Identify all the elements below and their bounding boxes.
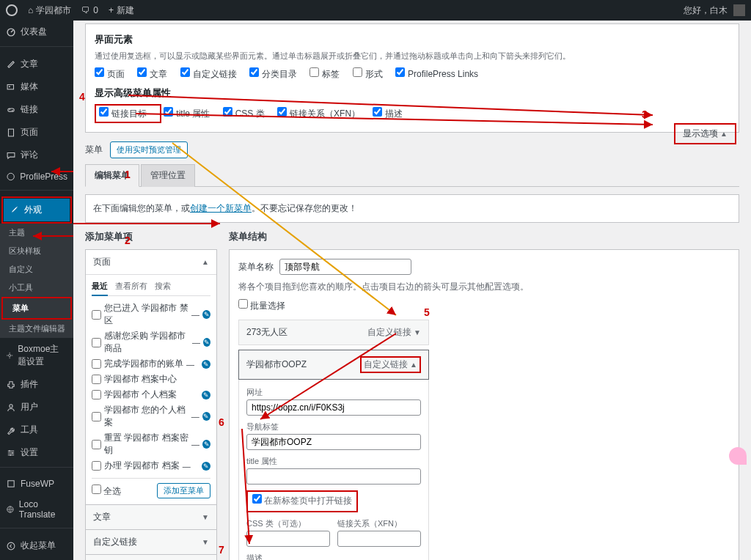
sidebar-item-profilepress[interactable]: ProfilePress xyxy=(0,166,73,187)
site-link[interactable]: ⌂ 学园都市 xyxy=(28,4,71,17)
tab-locations[interactable]: 管理位置 xyxy=(141,164,195,187)
submenu-patterns[interactable]: 区块样板 xyxy=(0,242,73,260)
check-post[interactable]: 文章 xyxy=(137,67,167,81)
menu-item-0[interactable]: 273无人区自定义链接 ▼ xyxy=(238,320,429,345)
page-tabs: 编辑菜单 管理位置 xyxy=(85,164,739,187)
page-title: 菜单使用实时预览管理 xyxy=(85,141,739,158)
structure-title: 菜单结构 xyxy=(229,230,739,243)
svg-point-4 xyxy=(7,173,14,180)
new-link[interactable]: + 新建 xyxy=(109,4,134,17)
comments-link[interactable]: 🗨 0 xyxy=(81,5,98,15)
css-label: CSS 类（可选） xyxy=(246,518,330,529)
structure-desc: 将各个项目拖到您喜欢的顺序。点击项目右边的箭头可显示其他配置选项。 xyxy=(238,281,730,293)
sidebar-item-users[interactable]: 用户 xyxy=(0,396,73,419)
acc-posts-head[interactable]: 文章▼ xyxy=(86,505,216,529)
sidebar-item-tools[interactable]: 工具 xyxy=(0,419,73,441)
submenu-themes[interactable]: 主题 xyxy=(0,224,73,242)
svg-point-7 xyxy=(9,450,10,452)
submenu-customize[interactable]: 自定义 xyxy=(0,260,73,279)
add-to-menu-button[interactable]: 添加至菜单 xyxy=(157,483,210,498)
nav-label: 导航标签 xyxy=(246,421,421,432)
sidebar-item-posts[interactable]: 文章 xyxy=(0,53,73,75)
check-xfn[interactable]: 链接关系（XFN） xyxy=(277,107,360,120)
sidebar-item-loco[interactable]: Loco Translate xyxy=(0,494,73,525)
add-items-title: 添加菜单项 xyxy=(85,230,217,243)
acc-customlink-head[interactable]: 自定义链接▼ xyxy=(86,530,216,554)
check-category[interactable]: 分类目录 xyxy=(249,67,297,81)
page-item-5[interactable]: 学园都市 您的个人档案 — ✎ xyxy=(92,402,210,430)
greeting[interactable]: 您好，白木 xyxy=(684,4,745,17)
sidebar-item-dashboard[interactable]: 仪表盘 xyxy=(0,21,73,43)
page-item-1[interactable]: 感谢您采购 学园都市 商品 — ✎ xyxy=(92,328,210,356)
check-customlink[interactable]: 自定义链接 xyxy=(180,67,237,81)
plugin-icon xyxy=(6,380,16,390)
acc-pages: 页面▲ 最近 查看所有 搜索 您已进入 学园都市 禁区 — ✎ 感谢您采购 学园… xyxy=(85,249,217,505)
sidebar-item-appearance[interactable]: 外观 xyxy=(4,199,70,221)
svg-point-5 xyxy=(9,354,11,356)
check-page[interactable]: 页面 xyxy=(95,67,125,81)
wrench-icon xyxy=(6,425,16,435)
notice: 在下面编辑您的菜单，或创建一个新菜单。不要忘记保存您的更改！ xyxy=(85,194,739,223)
mini-tab-all[interactable]: 查看所有 xyxy=(115,281,147,292)
sidebar-item-links[interactable]: 链接 xyxy=(0,98,73,121)
badge-5: 5 xyxy=(424,306,430,318)
check-link-target[interactable]: 链接目标 xyxy=(99,107,147,120)
select-all[interactable]: 全选 xyxy=(92,485,121,498)
sidebar-item-settings[interactable]: 设置 xyxy=(0,441,73,464)
live-preview-button[interactable]: 使用实时预览管理 xyxy=(110,141,188,158)
check-css[interactable]: CSS 类 xyxy=(223,107,265,120)
sidebar-item-fusewp[interactable]: FuseWP xyxy=(0,474,73,494)
menu-item-details: 网址 导航标签 title 属性 在新标签页中打开链接 CSS 类（可选） 链接… xyxy=(238,380,429,560)
mini-tab-search[interactable]: 搜索 xyxy=(155,281,171,292)
page-item-3[interactable]: 学园都市 档案中心 xyxy=(92,372,210,387)
page-item-6[interactable]: 重置 学园都市 档案密钥 — ✎ xyxy=(92,430,210,458)
sidebar-item-comments[interactable]: 评论 xyxy=(0,144,73,166)
dashboard-icon xyxy=(6,27,16,37)
menu-item-1[interactable]: 学园都市OOPZ自定义链接 ▲ xyxy=(238,350,429,380)
page-item-2[interactable]: 完成学园都市的账单 — ✎ xyxy=(92,356,210,372)
sidebar-item-media[interactable]: 媒体 xyxy=(0,75,73,98)
chat-widget-icon[interactable] xyxy=(729,447,747,465)
badge-7: 7 xyxy=(219,544,224,556)
desc-label: 描述 xyxy=(246,553,421,560)
url-input[interactable] xyxy=(246,399,421,416)
submenu-menus[interactable]: 菜单 xyxy=(4,299,70,317)
nav-input[interactable] xyxy=(246,434,421,450)
menu-name-label: 菜单名称 xyxy=(238,261,274,273)
newtab-check[interactable]: 在新标签页中打开链接 xyxy=(252,494,352,507)
sidebar-item-boxmoe[interactable]: Boxmoe主题设置 xyxy=(0,338,73,373)
titleattr-input[interactable] xyxy=(246,468,421,485)
menu-name-input[interactable] xyxy=(279,259,411,275)
page-icon xyxy=(6,128,16,138)
xfn-label: 链接关系（XFN） xyxy=(337,518,421,529)
svg-rect-3 xyxy=(9,129,14,136)
page-item-4[interactable]: 学园都市 个人档案 ✎ xyxy=(92,387,210,402)
tab-edit[interactable]: 编辑菜单 xyxy=(85,164,139,187)
batch-select[interactable]: 批量选择 xyxy=(238,299,730,312)
acc-pages-head[interactable]: 页面▲ xyxy=(86,250,216,275)
check-format[interactable]: 形式 xyxy=(353,67,383,81)
xfn-input[interactable] xyxy=(337,531,421,547)
check-tag[interactable]: 标签 xyxy=(309,67,340,81)
sidebar-item-pages[interactable]: 页面 xyxy=(0,121,73,144)
submenu-editor[interactable]: 主题文件编辑器 xyxy=(0,320,73,338)
sidebar-collapse[interactable]: 收起菜单 xyxy=(0,534,73,557)
css-input[interactable] xyxy=(246,531,330,547)
check-profilepress[interactable]: ProfilePress Links xyxy=(395,67,478,79)
screen-options-toggle[interactable]: 显示选项 ▲ xyxy=(674,123,736,144)
create-menu-link[interactable]: 创建一个新菜单 xyxy=(190,203,252,213)
comment-icon xyxy=(6,150,16,161)
acc-category-head[interactable]: 分类目录▼ xyxy=(86,555,216,560)
check-desc[interactable]: 描述 xyxy=(373,107,403,120)
admin-topbar: ⌂ 学园都市 🗨 0 + 新建 您好，白木 xyxy=(0,0,751,21)
sidebar-item-plugins[interactable]: 插件 xyxy=(0,373,73,396)
submenu-widgets[interactable]: 小工具 xyxy=(0,279,73,297)
svg-rect-10 xyxy=(8,481,14,487)
translate-icon xyxy=(6,504,15,515)
page-item-7[interactable]: 办理 学园都市 档案 — ✎ xyxy=(92,458,210,474)
page-item-0[interactable]: 您已进入 学园都市 禁区 — ✎ xyxy=(92,301,210,328)
mini-tab-recent[interactable]: 最近 xyxy=(92,281,108,296)
screen-options-desc: 通过使用复选框，可以显示或隐藏某些界面元素。通过单击标题展开或折叠它们，并通过拖… xyxy=(95,51,730,62)
wp-logo[interactable] xyxy=(6,4,18,16)
check-title-attr[interactable]: title 属性 xyxy=(164,107,210,120)
